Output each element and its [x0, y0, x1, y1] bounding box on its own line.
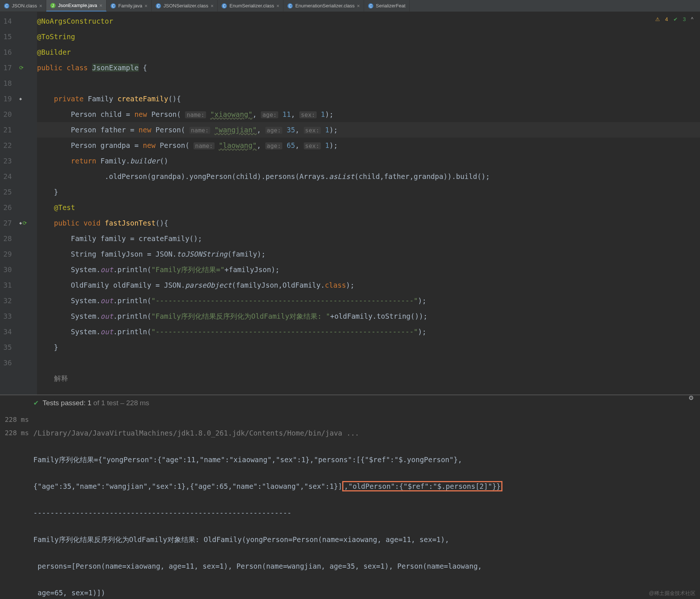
- line-number: 22: [0, 138, 18, 153]
- param-hint: name:: [189, 127, 210, 134]
- code-token: Family: [101, 157, 126, 165]
- code-token: "wangjian": [215, 126, 257, 134]
- line-number: 29: [0, 246, 18, 262]
- class-icon: C: [110, 3, 116, 9]
- code-token: @ToString: [37, 33, 75, 41]
- code-token: = JSON.: [143, 250, 177, 258]
- code-token: Person: [71, 110, 97, 118]
- code-token: class: [67, 64, 88, 72]
- warning-count: 4: [665, 16, 668, 22]
- param-hint: name:: [185, 111, 206, 118]
- code-token: "---------------------------------------…: [151, 297, 418, 305]
- code-token: asList: [329, 172, 354, 180]
- tab-label: SerializerFeat: [376, 3, 405, 9]
- param-hint: age:: [261, 111, 278, 118]
- check-count: 3: [683, 16, 686, 22]
- editor[interactable]: ⚠4 ✔3 ^ 14 15 16 17⟳ 18 19◆ 20 21 22 23 …: [0, 12, 700, 395]
- test-status-bar: ✔ Tests passed: 1 of 1 test – 228 ms: [0, 395, 700, 411]
- class-icon: C: [287, 3, 293, 9]
- run-icon[interactable]: ⟳: [23, 215, 27, 231]
- line-number: 19: [0, 91, 18, 106]
- code-token: System.: [71, 265, 101, 274]
- output-line: ----------------------------------------…: [33, 509, 292, 517]
- line-number: 34: [0, 324, 18, 339]
- code-token: .oldPerson(grandpa).yongPerson(child).pe…: [105, 172, 329, 180]
- param-hint: sex:: [304, 127, 321, 134]
- code-token: private: [54, 95, 84, 103]
- console-output[interactable]: /Library/Java/JavaVirtualMachines/jdk1.8…: [33, 411, 700, 599]
- code-token: familyJson: [101, 250, 143, 258]
- code-token: new: [134, 110, 147, 118]
- line-number: 16: [0, 44, 18, 60]
- code-token: 1: [325, 126, 329, 134]
- code-token: fastJsonTest: [105, 219, 155, 227]
- param-hint: age:: [265, 127, 283, 134]
- code-token: (familyJson,OldFamily.: [232, 281, 325, 289]
- line-number: 35: [0, 339, 18, 355]
- svg-text:C: C: [157, 4, 159, 8]
- chevron-up-icon[interactable]: ^: [691, 16, 693, 22]
- tab-enumerationserializer-class[interactable]: C EnumerationSerializer.class ×: [283, 0, 364, 11]
- svg-text:J: J: [52, 4, 54, 8]
- tab-enumserializer-class[interactable]: C EnumSerializer.class ×: [218, 0, 283, 11]
- close-icon[interactable]: ×: [357, 3, 360, 9]
- code-token: }: [54, 188, 58, 196]
- line-number: 32: [0, 293, 18, 308]
- code-token: .println(: [113, 328, 151, 336]
- code-token: new: [143, 141, 155, 149]
- svg-text:C: C: [5, 4, 8, 8]
- code-token: =: [126, 126, 138, 134]
- run-icon[interactable]: ⟳: [19, 60, 24, 75]
- class-icon: C: [4, 3, 10, 9]
- line-number: 31: [0, 277, 18, 293]
- code-token: Person: [71, 126, 97, 134]
- code-area[interactable]: @NoArgsConstructor @ToString @Builder pu…: [37, 12, 700, 395]
- code-token: System.: [71, 328, 101, 336]
- output-line: {"age":35,"name":"wangjian","sex":1},{"a…: [33, 482, 342, 490]
- gutter: 14 15 16 17⟳ 18 19◆ 20 21 22 23 24 25 26…: [0, 12, 37, 395]
- output-line: age=65, sex=1)]): [33, 589, 105, 597]
- code-token: public: [37, 64, 63, 72]
- code-token: 1: [325, 141, 329, 149]
- watermark-text: @稀土掘金技术社区: [649, 590, 696, 597]
- code-token: @Test: [54, 203, 75, 211]
- inspection-widget[interactable]: ⚠4 ✔3 ^: [655, 16, 693, 22]
- code-token: = JSON.: [151, 281, 185, 289]
- bookmark-icon[interactable]: ◆: [19, 215, 22, 231]
- line-number: 33: [0, 308, 18, 324]
- code-token: builder: [130, 157, 160, 165]
- code-token: @Builder: [37, 48, 71, 56]
- code-token: .println(: [113, 265, 151, 274]
- code-token: =: [122, 110, 134, 118]
- code-token: (){: [168, 95, 181, 103]
- code-token: out: [101, 265, 113, 274]
- param-hint: sex:: [304, 142, 321, 149]
- bookmark-icon[interactable]: ◆: [19, 91, 22, 106]
- tab-family-java[interactable]: C Family.java ×: [107, 0, 152, 11]
- svg-text:C: C: [289, 4, 292, 8]
- code-token: 1: [321, 110, 325, 118]
- tab-jsonexample-java[interactable]: J JsonExample.java ×: [46, 0, 107, 11]
- code-token: .println(: [113, 297, 151, 305]
- close-icon[interactable]: ×: [145, 3, 148, 9]
- line-number: 30: [0, 262, 18, 277]
- close-icon[interactable]: ×: [39, 3, 42, 9]
- code-token: "---------------------------------------…: [151, 328, 418, 336]
- close-icon[interactable]: ×: [100, 3, 102, 9]
- tab-jsonserializer-class[interactable]: C JSONSerializer.class ×: [152, 0, 218, 11]
- output-line: Family序列化结果={"yongPerson":{"age":11,"nam…: [33, 456, 462, 464]
- close-icon[interactable]: ×: [276, 3, 279, 9]
- code-token: (child,father,grandpa)).build();: [354, 172, 490, 180]
- code-token: = createFamily();: [126, 234, 202, 243]
- tab-serializerfeat[interactable]: C SerializerFeat: [364, 0, 410, 11]
- close-icon[interactable]: ×: [211, 3, 213, 9]
- code-token: =: [130, 141, 143, 149]
- line-number: 28: [0, 231, 18, 246]
- code-token: "Family序列化结果=": [151, 265, 225, 274]
- tab-json-class[interactable]: C JSON.class ×: [0, 0, 46, 11]
- code-token: );: [346, 281, 354, 289]
- code-token: (family);: [228, 250, 266, 258]
- tab-label: EnumSerializer.class: [229, 3, 274, 9]
- code-token: Person: [151, 110, 177, 118]
- gear-icon[interactable]: ⚙: [689, 393, 693, 402]
